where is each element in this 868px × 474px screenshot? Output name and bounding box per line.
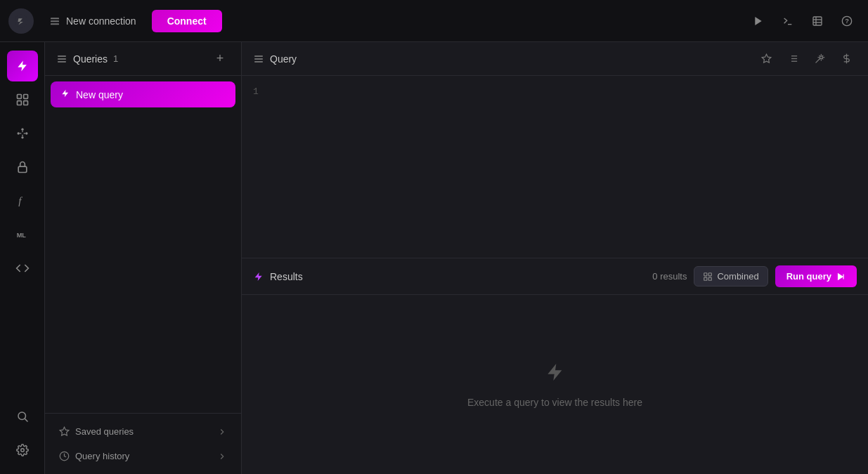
svg-rect-35 [254, 55, 263, 56]
svg-point-19 [21, 136, 23, 138]
svg-marker-4 [755, 17, 761, 25]
svg-point-27 [18, 412, 26, 420]
query-history-item[interactable]: Query history [51, 444, 235, 468]
queries-list: New query [45, 76, 241, 413]
svg-point-16 [17, 132, 19, 134]
saved-queries-item[interactable]: Saved queries [51, 419, 235, 444]
connect-button[interactable]: Connect [152, 10, 222, 32]
terminal-icon-button[interactable] [775, 8, 801, 34]
run-query-label: Run query [786, 271, 831, 282]
results-header: Results 0 results Combined Ru [242, 258, 868, 295]
query-editor-body[interactable]: 1 [242, 76, 868, 258]
svg-text:ML: ML [16, 232, 26, 239]
new-query-label: New query [76, 89, 123, 100]
queries-panel: Queries 1 + New query [45, 42, 242, 474]
saved-queries-chevron [217, 427, 227, 437]
sidebar-item-graph[interactable] [7, 118, 38, 149]
new-query-item[interactable]: New query [51, 81, 235, 107]
help-icon-button[interactable]: ? [834, 8, 860, 34]
table-icon-button[interactable] [805, 8, 830, 34]
queries-title: Queries [73, 53, 108, 65]
svg-line-28 [25, 419, 27, 421]
svg-rect-3 [51, 23, 59, 25]
svg-rect-15 [23, 101, 27, 105]
saved-queries-label: Saved queries [75, 426, 134, 437]
svg-marker-33 [60, 427, 69, 435]
query-editor-actions [756, 48, 857, 70]
combined-button[interactable]: Combined [694, 266, 767, 287]
query-editor: Query [242, 42, 868, 258]
results-body: Execute a query to view the results here [242, 295, 868, 474]
new-connection-label: New connection [66, 15, 136, 27]
svg-rect-6 [813, 17, 822, 25]
sidebar-item-code[interactable] [7, 253, 38, 284]
results-empty-icon [544, 361, 566, 388]
svg-rect-24 [18, 166, 27, 172]
svg-point-18 [25, 132, 27, 134]
svg-rect-31 [58, 58, 66, 59]
svg-point-17 [21, 129, 23, 131]
svg-marker-38 [762, 54, 771, 62]
run-query-button[interactable]: Run query [775, 265, 857, 287]
results-actions: 0 results Combined Run query [652, 265, 857, 287]
queries-header-left: Queries 1 [56, 53, 118, 65]
query-editor-title: Query [253, 53, 297, 65]
sidebar-item-search[interactable] [7, 401, 38, 432]
query-history-label: Query history [75, 451, 129, 461]
query-title: Query [270, 53, 297, 65]
svg-point-0 [15, 14, 27, 27]
sidebar-item-lock[interactable] [7, 152, 38, 183]
results-title-text: Results [270, 271, 303, 282]
dollar-button[interactable] [836, 48, 857, 70]
play-icon-button[interactable] [746, 8, 771, 34]
queries-footer: Saved queries Query history [45, 413, 241, 474]
svg-rect-37 [254, 61, 263, 62]
topnav-right-actions: ? [746, 8, 860, 34]
sidebar-item-function[interactable]: f [7, 185, 38, 216]
saved-queries-left: Saved queries [59, 426, 134, 437]
new-connection-button[interactable]: New connection [42, 11, 143, 31]
svg-rect-13 [23, 95, 27, 99]
icon-sidebar: f ML [0, 42, 45, 474]
svg-rect-2 [51, 20, 59, 22]
svg-rect-12 [17, 95, 21, 99]
query-history-left: Query history [59, 451, 129, 461]
add-query-button[interactable]: + [210, 49, 230, 69]
results-empty-message: Execute a query to view the results here [467, 397, 642, 408]
line-number-1: 1 [253, 84, 857, 100]
svg-rect-32 [58, 61, 66, 62]
list-button[interactable] [782, 48, 803, 70]
topnav: New connection Connect ? [0, 0, 868, 42]
svg-rect-50 [709, 277, 712, 280]
bolt-icon [60, 88, 70, 100]
magic-button[interactable] [809, 48, 830, 70]
app-logo [8, 8, 34, 34]
results-title: Results [253, 271, 303, 282]
results-count: 0 results [652, 271, 687, 282]
right-panel: Query [242, 42, 868, 474]
sidebar-item-settings[interactable] [7, 435, 38, 466]
svg-point-45 [820, 56, 822, 59]
queries-count: 1 [113, 53, 118, 64]
sidebar-item-query[interactable] [7, 51, 38, 81]
svg-rect-47 [704, 272, 707, 275]
results-panel: Results 0 results Combined Ru [242, 258, 868, 474]
svg-rect-14 [17, 101, 21, 105]
query-history-chevron [217, 452, 227, 461]
sidebar-item-apps[interactable] [7, 84, 38, 115]
query-editor-header: Query [242, 42, 868, 76]
svg-rect-30 [58, 55, 66, 56]
svg-marker-51 [838, 272, 843, 280]
svg-point-29 [20, 449, 24, 452]
sidebar-item-ml[interactable]: ML [7, 219, 38, 250]
svg-text:f: f [18, 195, 22, 206]
svg-text:?: ? [845, 18, 849, 25]
svg-rect-49 [704, 277, 707, 280]
svg-rect-1 [51, 18, 59, 19]
svg-rect-36 [254, 58, 263, 59]
star-button[interactable] [756, 48, 777, 70]
queries-header: Queries 1 + [45, 42, 241, 76]
main-body: f ML [0, 42, 868, 474]
svg-rect-48 [709, 272, 712, 275]
combined-label: Combined [717, 271, 758, 282]
